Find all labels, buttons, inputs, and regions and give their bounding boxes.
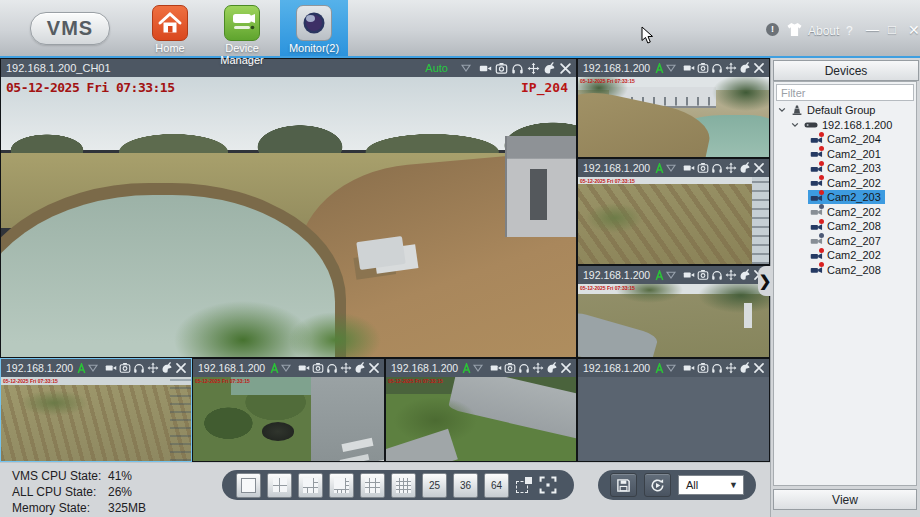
- video-frame[interactable]: 05-12-2025 Fri 07:33:15: [578, 177, 769, 264]
- filter-input[interactable]: [776, 84, 914, 101]
- ptz-icon[interactable]: [527, 62, 540, 75]
- audio-icon[interactable]: [711, 269, 723, 281]
- record-icon[interactable]: [298, 362, 310, 374]
- close-window-button[interactable]: ✕: [908, 22, 920, 38]
- snapshot-icon[interactable]: [697, 162, 709, 174]
- ptz-icon[interactable]: [532, 362, 544, 374]
- tab-monitor-active[interactable]: Monitor(2): [280, 0, 348, 56]
- image-settings-icon[interactable]: [543, 62, 556, 75]
- audio-icon[interactable]: [711, 162, 723, 174]
- close-feed-icon[interactable]: [175, 362, 187, 374]
- tree-camera-row[interactable]: Cam2_202: [774, 176, 916, 191]
- tree-camera-row[interactable]: Cam2_207: [774, 234, 916, 249]
- stream-dropdown-icon[interactable]: [87, 362, 99, 374]
- feed-bottom-2[interactable]: 192.168.1.200 05-12-2025 Fri 07:3: [192, 358, 385, 462]
- snapshot-icon[interactable]: [697, 269, 709, 281]
- tree-camera-row[interactable]: Cam2_208: [774, 263, 916, 278]
- audio-icon[interactable]: [711, 362, 723, 374]
- layout-9-button[interactable]: [360, 473, 385, 498]
- image-settings-icon[interactable]: [739, 362, 751, 374]
- theme-icon[interactable]: [786, 21, 803, 38]
- layout-36-button[interactable]: 36: [453, 473, 478, 498]
- snapshot-icon[interactable]: [697, 362, 709, 374]
- close-feed-icon[interactable]: [753, 362, 765, 374]
- close-feed-icon[interactable]: [753, 162, 765, 174]
- snapshot-icon[interactable]: [697, 62, 709, 74]
- stream-dropdown-icon[interactable]: [665, 62, 677, 74]
- audio-icon[interactable]: [511, 62, 524, 75]
- close-feed-icon[interactable]: [368, 362, 380, 374]
- stream-dropdown-icon[interactable]: [472, 362, 484, 374]
- close-feed-icon[interactable]: [559, 62, 572, 75]
- feed-right-2[interactable]: 192.168.1.200 05-12-2025 Fri 07:3: [577, 158, 770, 265]
- tree-camera-row[interactable]: Cam2_203: [774, 161, 916, 176]
- tree-camera-row[interactable]: Cam2_201: [774, 147, 916, 162]
- layout-1-button[interactable]: [236, 473, 261, 498]
- custom-layout-icon[interactable]: [515, 476, 533, 494]
- ptz-icon[interactable]: [340, 362, 352, 374]
- video-frame[interactable]: 05-12-2025 Fri 07:33:15: [578, 77, 769, 157]
- stream-mode-label[interactable]: Auto: [425, 62, 448, 74]
- image-settings-icon[interactable]: [354, 362, 366, 374]
- video-frame[interactable]: 05-12-2025 Fri 07:33:15 IP_204: [1, 77, 576, 357]
- record-icon[interactable]: [683, 362, 695, 374]
- stream-dropdown-icon[interactable]: [665, 269, 677, 281]
- record-icon[interactable]: [683, 62, 695, 74]
- stream-dropdown-icon[interactable]: [665, 362, 677, 374]
- audio-icon[interactable]: [711, 62, 723, 74]
- chevron-down-icon[interactable]: [791, 121, 799, 129]
- minimize-button[interactable]: —: [866, 22, 879, 37]
- feed-main[interactable]: 192.168.1.200_CH01 Auto: [0, 58, 577, 358]
- record-icon[interactable]: [479, 62, 492, 75]
- feed-right-1[interactable]: 192.168.1.200: [577, 58, 770, 158]
- audio-icon[interactable]: [133, 362, 145, 374]
- snapshot-icon[interactable]: [312, 362, 324, 374]
- record-icon[interactable]: [683, 162, 695, 174]
- about-button[interactable]: About: [808, 24, 839, 38]
- ptz-icon[interactable]: [725, 269, 737, 281]
- close-feed-icon[interactable]: [753, 62, 765, 74]
- ptz-icon[interactable]: [725, 362, 737, 374]
- audio-icon[interactable]: [518, 362, 530, 374]
- video-frame[interactable]: 05-12-2025 Fri 07:33:15: [578, 284, 769, 357]
- fullscreen-icon[interactable]: [539, 476, 557, 494]
- stream-dropdown-icon[interactable]: [460, 62, 472, 74]
- image-settings-icon[interactable]: [739, 162, 751, 174]
- record-icon[interactable]: [683, 269, 695, 281]
- layout-8-button[interactable]: [329, 473, 354, 498]
- feed-bottom-3[interactable]: 192.168.1.200 05-12-2025 Fri 07:3: [385, 358, 577, 462]
- record-icon[interactable]: [490, 362, 502, 374]
- ptz-icon[interactable]: [147, 362, 159, 374]
- layout-64-button[interactable]: 64: [484, 473, 509, 498]
- image-settings-icon[interactable]: [739, 269, 751, 281]
- refresh-streams-button[interactable]: [644, 473, 671, 497]
- tree-camera-row[interactable]: Cam2_202: [774, 205, 916, 220]
- close-feed-icon[interactable]: [560, 362, 572, 374]
- sidebar-collapse-handle[interactable]: ❯: [758, 266, 772, 296]
- stream-dropdown-icon[interactable]: [280, 362, 292, 374]
- snapshot-icon[interactable]: [504, 362, 516, 374]
- tree-camera-row-selected[interactable]: Cam2_203: [774, 190, 916, 205]
- layout-6-button[interactable]: [298, 473, 323, 498]
- image-settings-icon[interactable]: [739, 62, 751, 74]
- help-icon[interactable]: ?: [846, 24, 853, 38]
- save-view-button[interactable]: [610, 473, 637, 497]
- devices-header-button[interactable]: Devices: [773, 60, 919, 81]
- tree-group-row[interactable]: Default Group: [774, 103, 916, 118]
- feed-right-3[interactable]: 192.168.1.200 05-12-20: [577, 265, 770, 358]
- chevron-down-icon[interactable]: [778, 106, 786, 114]
- layout-4-button[interactable]: [267, 473, 292, 498]
- view-button[interactable]: View: [773, 489, 917, 510]
- layout-16-button[interactable]: [391, 473, 416, 498]
- stream-type-select[interactable]: All ▼: [678, 475, 744, 495]
- tree-camera-row[interactable]: Cam2_202: [774, 248, 916, 263]
- snapshot-icon[interactable]: [495, 62, 508, 75]
- video-frame[interactable]: 05-12-2025 Fri 07:33:15: [1, 377, 191, 461]
- info-icon[interactable]: !: [766, 23, 779, 36]
- stream-dropdown-icon[interactable]: [665, 162, 677, 174]
- ptz-icon[interactable]: [725, 162, 737, 174]
- tab-device-manager[interactable]: Device Manager: [208, 0, 276, 56]
- tab-home[interactable]: Home: [138, 0, 202, 56]
- tree-device-row[interactable]: 192.168.1.200: [774, 118, 916, 133]
- tree-camera-row[interactable]: Cam2_204: [774, 132, 916, 147]
